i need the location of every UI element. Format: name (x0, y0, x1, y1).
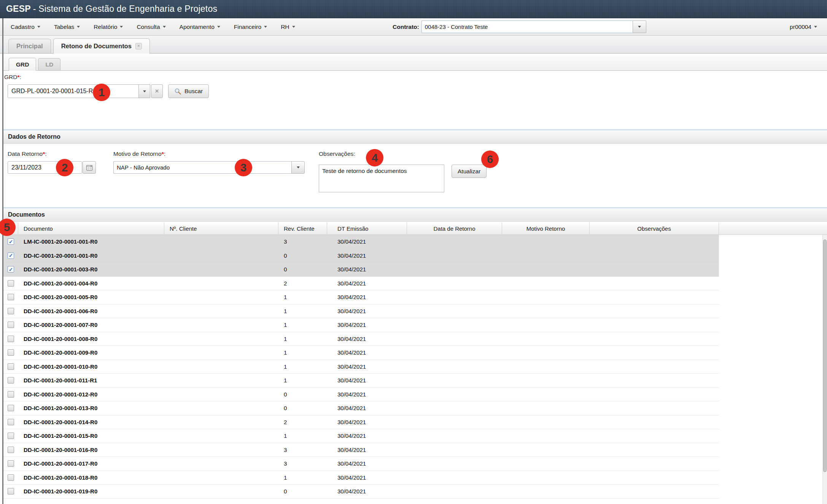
contract-value[interactable]: 0048-23 - Contrato Teste (421, 21, 633, 33)
tab-grd[interactable]: GRD (9, 58, 36, 71)
menu-item-cadastro[interactable]: Cadastro (11, 24, 40, 30)
checkbox-unchecked-icon[interactable] (8, 336, 14, 342)
table-row[interactable]: DD-IC-0001-20-0001-016-R0330/04/2021 (3, 443, 719, 457)
cell-dt-emissao: 30/04/2021 (327, 263, 407, 276)
search-icon (174, 88, 181, 95)
checkbox-unchecked-icon[interactable] (8, 474, 14, 481)
table-row[interactable]: DD-IC-0001-20-0001-008-R0130/04/2021 (3, 332, 719, 346)
table-row[interactable]: DD-IC-0001-20-0001-017-R0330/04/2021 (3, 457, 719, 471)
cell-rev-cliente: 2 (278, 415, 327, 429)
checkbox-checked-icon[interactable]: ✓ (8, 252, 14, 259)
checkbox-unchecked-icon[interactable] (8, 447, 14, 453)
table-row[interactable]: DD-IC-0001-20-0001-005-R0130/04/2021 (3, 290, 719, 304)
chevron-down-icon (217, 26, 220, 28)
close-icon[interactable]: × (135, 43, 142, 49)
menu-item-apontamento[interactable]: Apontamento (180, 24, 220, 30)
table-row[interactable]: DD-IC-0001-20-0001-019-R0030/04/2021 (3, 485, 719, 499)
checkbox-unchecked-icon[interactable] (8, 391, 14, 398)
checkbox-checked-icon[interactable]: ✓ (8, 238, 14, 245)
checkbox-unchecked-icon[interactable] (8, 280, 14, 287)
cell-dt-emissao: 30/04/2021 (327, 443, 407, 457)
header-documento[interactable]: Documento (18, 222, 164, 235)
table-row[interactable]: DD-IC-0001-20-0001-011-R1130/04/2021 (3, 374, 719, 388)
header-dt-emissao[interactable]: DT Emissão (327, 222, 407, 235)
scrollbar-thumb[interactable] (823, 239, 827, 472)
menu-item-tabelas[interactable]: Tabelas (54, 24, 80, 30)
grid-header: Documento Nº. Cliente Rev. Cliente DT Em… (3, 222, 827, 235)
table-row[interactable]: ✓DD-IC-0001-20-0001-003-R0030/04/2021 (3, 263, 719, 277)
chevron-down-icon (37, 26, 40, 28)
table-row[interactable]: DD-IC-0001-20-0001-018-R0130/04/2021 (3, 471, 719, 485)
checkbox-unchecked-icon[interactable] (8, 460, 14, 467)
table-row[interactable]: DD-IC-0001-20-0001-014-R0230/04/2021 (3, 415, 719, 430)
cell-rev-cliente: 1 (278, 346, 327, 360)
menu-item-rh[interactable]: RH (281, 24, 295, 30)
table-row[interactable]: ✓LM-IC-0001-20-0001-001-R0330/04/2021 (3, 235, 719, 249)
checkbox-unchecked-icon[interactable] (8, 294, 14, 300)
cell-rev-cliente: 1 (278, 318, 327, 332)
motivo-dropdown-button[interactable] (291, 161, 305, 174)
table-row[interactable]: ✓DD-IC-0001-20-0001-001-R0030/04/2021 (3, 249, 719, 263)
header-num-cliente[interactable]: Nº. Cliente (164, 222, 278, 235)
app-window: GESP - Sistema de Gestão de Engenharia e… (0, 0, 827, 504)
table-row[interactable]: DD-IC-0001-20-0001-010-R0130/04/2021 (3, 360, 719, 374)
date-picker-button[interactable] (83, 161, 96, 174)
motivo-retorno-value[interactable]: NAP - Não Aprovado (113, 161, 291, 174)
grid-body: ✓LM-IC-0001-20-0001-001-R0330/04/2021✓DD… (3, 235, 719, 499)
motivo-retorno-combobox[interactable]: NAP - Não Aprovado (113, 161, 305, 174)
table-row[interactable]: DD-IC-0001-20-0001-007-R0130/04/2021 (3, 318, 719, 332)
cell-rev-cliente: 1 (278, 429, 327, 443)
menu-item-label: Tabelas (54, 24, 74, 30)
checkbox-unchecked-icon[interactable] (8, 363, 14, 370)
user-menu[interactable]: pr00004 (790, 18, 817, 35)
header-motivo-retorno[interactable]: Motivo Retorno (502, 222, 590, 235)
header-data-retorno[interactable]: Data de Retorno (407, 222, 502, 235)
cell-documento: DD-IC-0001-20-0001-009-R0 (18, 346, 164, 360)
header-rev-cliente[interactable]: Rev. Cliente (278, 222, 327, 235)
menu-item-relatorio[interactable]: Relatório (94, 24, 123, 30)
grd-clear-button[interactable]: × (151, 84, 163, 98)
vertical-scrollbar[interactable] (822, 235, 827, 504)
cell-documento: DD-IC-0001-20-0001-017-R0 (18, 457, 164, 471)
checkbox-unchecked-icon[interactable] (8, 322, 14, 328)
table-row[interactable]: DD-IC-0001-20-0001-015-R0130/04/2021 (3, 429, 719, 443)
grd-combobox-input[interactable]: GRD-PL-0001-20-0001-015-R0 (8, 84, 139, 98)
row-checkbox-cell (3, 360, 18, 374)
dados-retorno-section-header: Dados de Retorno (3, 129, 827, 144)
checkbox-unchecked-icon[interactable] (8, 377, 14, 384)
contract-label: Contrato: (393, 24, 419, 30)
cell-rev-cliente: 3 (278, 235, 327, 249)
checkbox-unchecked-icon[interactable] (8, 405, 14, 411)
grd-dropdown-button[interactable] (138, 84, 150, 98)
tab-retono-de-documentos[interactable]: Retono de Documentos × (53, 38, 150, 54)
user-name: pr00004 (790, 24, 811, 30)
cell-rev-cliente: 0 (278, 263, 327, 276)
checkbox-unchecked-icon[interactable] (8, 349, 14, 356)
table-row[interactable]: DD-IC-0001-20-0001-012-R0030/04/2021 (3, 388, 719, 402)
row-checkbox-cell: ✓ (3, 249, 18, 263)
checkbox-unchecked-icon[interactable] (8, 433, 14, 439)
menu-item-consulta[interactable]: Consulta (137, 24, 165, 30)
panel-left-border (2, 18, 3, 504)
buscar-button[interactable]: Buscar (168, 84, 209, 98)
tab-principal[interactable]: Principal (8, 39, 51, 53)
contract-combobox[interactable]: 0048-23 - Contrato Teste (421, 21, 646, 33)
table-row[interactable]: DD-IC-0001-20-0001-009-R0130/04/2021 (3, 346, 719, 360)
checkbox-checked-icon[interactable]: ✓ (8, 266, 14, 273)
contract-dropdown-button[interactable] (633, 21, 646, 33)
cell-documento: DD-IC-0001-20-0001-010-R0 (18, 360, 164, 374)
header-observacoes[interactable]: Observações (590, 222, 719, 235)
checkbox-unchecked-icon[interactable] (8, 308, 14, 314)
atualizar-button[interactable]: Atualizar (452, 165, 487, 178)
tab-ld[interactable]: LD (38, 58, 60, 70)
menu-item-financeiro[interactable]: Financeiro (234, 24, 267, 30)
table-row[interactable]: DD-IC-0001-20-0001-004-R0230/04/2021 (3, 277, 719, 291)
table-row[interactable]: DD-IC-0001-20-0001-013-R0030/04/2021 (3, 401, 719, 415)
cell-num-cliente (164, 346, 278, 360)
cell-num-cliente (164, 443, 278, 457)
checkbox-unchecked-icon[interactable] (8, 419, 14, 425)
checkbox-unchecked-icon[interactable] (8, 488, 14, 494)
table-row[interactable]: DD-IC-0001-20-0001-006-R0130/04/2021 (3, 304, 719, 319)
observacoes-textarea[interactable]: Teste de retorno de documentos (319, 165, 444, 192)
cell-documento: DD-IC-0001-20-0001-014-R0 (18, 415, 164, 429)
